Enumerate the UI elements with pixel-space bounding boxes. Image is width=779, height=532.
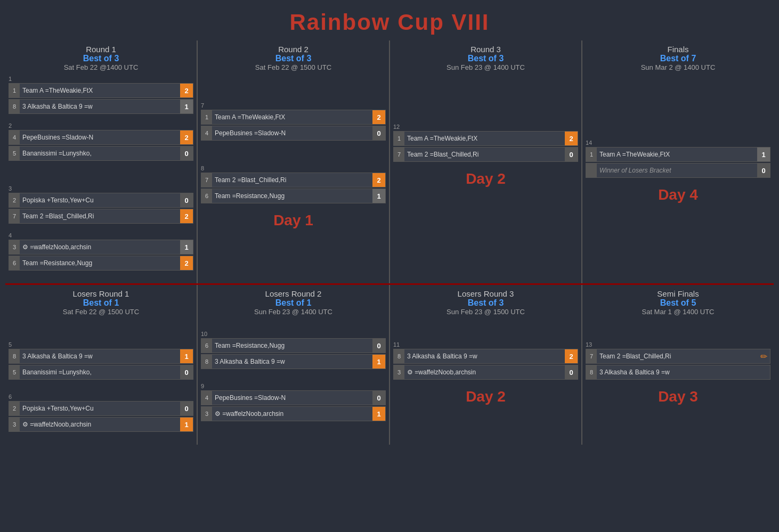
seed: 6 bbox=[201, 339, 212, 353]
edit-icon[interactable]: ✏ bbox=[760, 351, 767, 362]
match-group-label-3: 3 bbox=[9, 185, 193, 192]
team-row: 4 PepeBusines =Sladow-N 2 bbox=[9, 130, 193, 145]
score: 0 bbox=[180, 193, 193, 207]
match-label-9: 9 bbox=[201, 383, 386, 389]
team-row: 5 Bananissimi =Lunyshko, 0 bbox=[9, 146, 193, 161]
team-name: 3 Alkasha & Baltica 9 =w bbox=[404, 353, 565, 360]
team-name: Team A =TheWeakie,FtX bbox=[212, 113, 372, 121]
team-row: 6 Team =Resistance,Nugg 2 bbox=[9, 256, 193, 271]
semi-finals-name: Semi Finals bbox=[586, 289, 770, 298]
match-group-label-1: 1 bbox=[9, 76, 193, 82]
semi-finals-date: Sat Mar 1 @ 1400 UTC bbox=[586, 308, 770, 316]
score: 1 bbox=[180, 240, 193, 254]
team-name: PepeBusines =Sladow-N bbox=[212, 129, 372, 137]
losers-round-1: Losers Round 1 Best of 1 Sat Feb 22 @ 15… bbox=[5, 285, 198, 445]
team-name: Team =Resistance,Nugg bbox=[212, 342, 372, 349]
team-name: Team 2 =Blast_Chilled,Ri bbox=[20, 212, 180, 220]
team-row: 7 Team 2 =Blast_Chilled,Ri 2 bbox=[9, 209, 193, 224]
match-8: 7 Team 2 =Blast_Chilled,Ri 2 6 Team =Res… bbox=[201, 173, 386, 203]
team-row: 8 3 Alkasha & Baltica 9 =w 1 bbox=[9, 99, 193, 114]
team-name: 3 Alkasha & Baltica 9 =w bbox=[20, 353, 180, 360]
team-name: PepeBusines =Sladow-N bbox=[20, 134, 180, 141]
finals-name: Finals bbox=[586, 45, 770, 54]
match-label-6: 6 bbox=[9, 394, 193, 400]
team-row: 8 3 Alkasha & Baltica 9 =w 1 bbox=[201, 354, 386, 369]
seed: 6 bbox=[9, 256, 20, 270]
spacer bbox=[201, 149, 386, 165]
seed: 3 bbox=[9, 418, 20, 431]
match-7: 1 Team A =TheWeakie,FtX 2 4 PepeBusines … bbox=[201, 110, 386, 141]
losers-round-2-bestof: Best of 1 bbox=[201, 298, 386, 308]
match-label-11: 11 bbox=[393, 341, 578, 348]
seed: 7 bbox=[9, 209, 20, 223]
match-1: 1 Team A =TheWeakie,FtX 2 8 3 Alkasha & … bbox=[9, 83, 193, 114]
team-row: 1 Team A =TheWeakie,FtX 2 bbox=[9, 83, 193, 98]
score: 0 bbox=[565, 148, 578, 161]
seed: 8 bbox=[586, 365, 597, 379]
round-3-header: Round 3 Best of 3 Sun Feb 23 @ 1400 UTC bbox=[393, 45, 578, 71]
team-row: 4 PepeBusines =Sladow-N 0 bbox=[201, 390, 386, 405]
score: 0 bbox=[372, 126, 385, 140]
seed: 2 bbox=[9, 402, 20, 415]
score: 2 bbox=[180, 130, 193, 144]
match-label-5: 5 bbox=[9, 341, 193, 348]
seed: 1 bbox=[9, 84, 20, 97]
losers-round-1-header: Losers Round 1 Best of 1 Sat Feb 22 @ 15… bbox=[9, 289, 193, 316]
score: 1 bbox=[757, 148, 770, 161]
losers-round-1-name: Losers Round 1 bbox=[9, 289, 193, 298]
team-name: PepeBusines =Sladow-N bbox=[212, 394, 372, 402]
day-3-label: Day 3 bbox=[586, 388, 770, 410]
score: 1 bbox=[180, 418, 193, 431]
team-name: Team 2 =Blast_Chilled,Ri bbox=[597, 353, 757, 360]
round-1-date: Sat Feb 22 @1400 UTC bbox=[9, 63, 193, 71]
match-12: 1 Team A =TheWeakie,FtX 2 7 Team 2 =Blas… bbox=[393, 131, 578, 162]
round-2-bestof: Best of 3 bbox=[201, 54, 386, 63]
match-label-12: 12 bbox=[393, 124, 578, 130]
day-1-label: Day 1 bbox=[201, 212, 386, 233]
score: 0 bbox=[565, 365, 578, 379]
spacer bbox=[201, 76, 386, 102]
seed: 4 bbox=[9, 130, 20, 144]
team-name-winner-losers: Winner of Losers Bracket bbox=[597, 167, 757, 174]
team-name: 3 Alkasha & Baltica 9 =w bbox=[212, 358, 372, 365]
seed bbox=[586, 163, 597, 177]
spacer bbox=[586, 76, 770, 140]
match-13: 7 Team 2 =Blast_Chilled,Ri ✏ 8 3 Alkasha… bbox=[586, 349, 770, 380]
score: 1 bbox=[372, 189, 385, 203]
match-3: 2 Popiska +Tersto,Yew+Cu 0 7 Team 2 =Bla… bbox=[9, 193, 193, 224]
team-row: 8 3 Alkasha & Baltica 9 =w 1 bbox=[9, 349, 193, 364]
spacer bbox=[586, 320, 770, 341]
losers-round-2-header: Losers Round 2 Best of 1 Sun Feb 23 @ 14… bbox=[201, 289, 386, 316]
match-label-7: 7 bbox=[201, 102, 386, 109]
round-1-name: Round 1 bbox=[9, 45, 193, 54]
team-name: Team 2 =Blast_Chilled,Ri bbox=[212, 176, 372, 184]
edit-score[interactable]: ✏ bbox=[757, 351, 770, 362]
team-row: 1 Team A =TheWeakie,FtX 1 bbox=[586, 147, 770, 162]
team-row: 1 Team A =TheWeakie,FtX 2 bbox=[201, 110, 386, 125]
team-row: 2 Popiska +Tersto,Yew+Cu 0 bbox=[9, 401, 193, 416]
page-title: Rainbow Cup VIII bbox=[0, 0, 779, 40]
team-row: 3 ⚙ =waffelzNoob,archsin 1 bbox=[9, 240, 193, 255]
match-group-label-2: 2 bbox=[9, 122, 193, 129]
seed: 3 bbox=[9, 240, 20, 254]
seed: 1 bbox=[586, 148, 597, 161]
seed: 7 bbox=[586, 349, 597, 363]
round-2-header: Round 2 Best of 3 Sat Feb 22 @ 1500 UTC bbox=[201, 45, 386, 71]
team-name: Team A =TheWeakie,FtX bbox=[597, 151, 757, 158]
team-name: 3 Alkasha & Baltica 9 =w bbox=[20, 103, 180, 110]
seed: 7 bbox=[394, 148, 404, 161]
score: 1 bbox=[180, 349, 193, 363]
score: 2 bbox=[565, 349, 578, 363]
score: 1 bbox=[180, 100, 193, 113]
team-row: 6 Team =Resistance,Nugg 0 bbox=[201, 338, 386, 353]
score: 1 bbox=[372, 407, 385, 421]
day-4-label: Day 4 bbox=[586, 186, 770, 208]
winners-finals: Finals Best of 7 Sun Mar 2 @ 1400 UTC 14… bbox=[582, 40, 774, 283]
team-row: 7 Team 2 =Blast_Chilled,Ri 0 bbox=[393, 147, 578, 162]
team-name: ⚙ =waffelzNoob,archsin bbox=[212, 410, 372, 418]
team-name: Team 2 =Blast_Chilled,Ri bbox=[404, 151, 565, 158]
seed: 4 bbox=[201, 391, 212, 405]
losers-round-1-bestof: Best of 1 bbox=[9, 298, 193, 308]
team-row: 1 Team A =TheWeakie,FtX 2 bbox=[393, 131, 578, 146]
spacer bbox=[393, 76, 578, 124]
